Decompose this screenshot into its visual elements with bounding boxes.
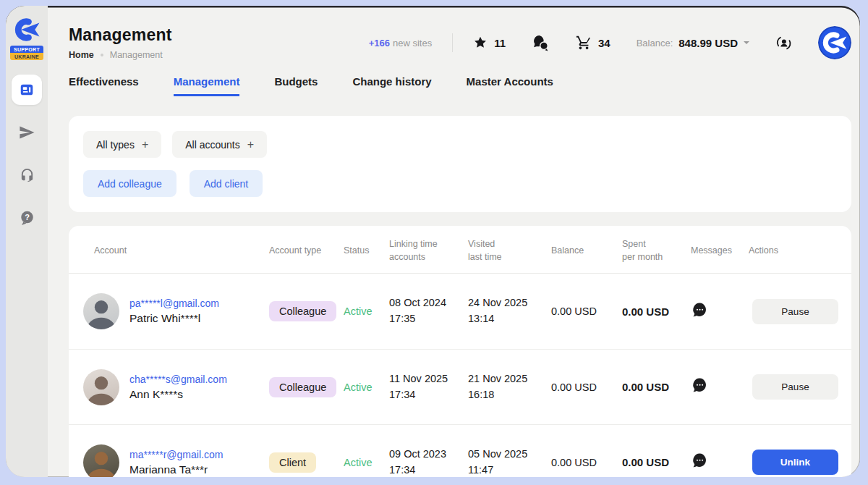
accounts-table: Account Account type Status Linking time… <box>69 226 851 477</box>
message-button[interactable] <box>691 452 709 470</box>
actions-cell: Pause <box>749 299 841 324</box>
brand-logo-icon[interactable] <box>12 15 41 44</box>
tab-budgets[interactable]: Budgets <box>274 75 318 96</box>
app-window: SUPPORT UKRAINE <box>6 6 860 477</box>
balance-value: 848.99 USD <box>678 37 738 49</box>
visited-time: 16:18 <box>468 387 551 403</box>
column-header-actions: Actions <box>749 245 841 258</box>
account-avatar[interactable] <box>83 444 119 478</box>
account-email[interactable]: ma*****r@gmail.com <box>129 449 223 460</box>
topbar-divider <box>452 33 453 52</box>
linked-time: 17:34 <box>389 463 468 478</box>
actions-cell: Pause <box>749 374 841 400</box>
spent-cell: 0.00 USD <box>622 305 691 318</box>
message-button[interactable] <box>691 376 709 395</box>
filter-all-accounts-label: All accounts <box>185 139 239 151</box>
table-body: pa*****l@gmail.com Patric Whi****l Colle… <box>69 274 851 477</box>
new-sites-label: new sites <box>393 38 432 48</box>
balance-dropdown[interactable]: Balance: 848.99 USD <box>637 37 749 49</box>
chevron-down-icon <box>744 41 749 47</box>
help-icon: ? <box>19 210 35 227</box>
visited-datetime: 05 Nov 2025 11:47 <box>468 447 551 477</box>
account-type-cell: Colleague <box>269 377 344 397</box>
cart-stat[interactable]: 34 <box>576 35 610 51</box>
message-bubble-icon <box>691 301 709 319</box>
breadcrumb-separator <box>101 54 103 56</box>
tab-management[interactable]: Management <box>174 75 240 96</box>
chats-icon <box>532 34 550 52</box>
account-email[interactable]: pa*****l@gmail.com <box>129 298 219 309</box>
filter-chips: All types + All accounts + <box>83 131 837 158</box>
balance-cell: 0.00 USD <box>551 457 622 468</box>
column-header-messages: Messages <box>691 245 749 258</box>
tab-bar: Effectiveness Management Budgets Change … <box>69 75 851 96</box>
support-ukraine-bottom: UKRAINE <box>10 53 43 60</box>
tab-master-accounts[interactable]: Master Accounts <box>467 75 553 96</box>
account-identity: cha*****s@gmail.com Ann K****s <box>129 374 227 401</box>
cart-count: 34 <box>598 37 610 49</box>
account-name: Patric Whi****l <box>129 312 219 325</box>
table-row: ma*****r@gmail.com Marianna Ta***r Clien… <box>69 424 851 477</box>
sidebar-item-telegram[interactable] <box>12 117 42 148</box>
column-header-status: Status <box>344 245 389 258</box>
new-sites-stat[interactable]: +166new sites <box>369 38 433 48</box>
add-client-button[interactable]: Add client <box>190 170 263 197</box>
balance-label: Balance: <box>637 38 673 48</box>
visited-datetime: 21 Nov 2025 16:18 <box>468 371 551 403</box>
balance-cell: 0.00 USD <box>551 305 622 317</box>
breadcrumb-home[interactable]: Home <box>69 50 94 60</box>
voice-person-icon <box>775 35 792 51</box>
tab-effectiveness[interactable]: Effectiveness <box>69 75 139 96</box>
messages-cell <box>691 376 749 397</box>
column-header-linking-time: Linking timeaccounts <box>389 238 468 263</box>
visited-date: 24 Nov 2025 <box>468 295 551 311</box>
linked-datetime: 11 Nov 2025 17:34 <box>389 371 468 403</box>
visited-date: 21 Nov 2025 <box>468 371 551 387</box>
action-button[interactable]: Pause <box>752 374 838 400</box>
column-header-spent: Spentper month <box>622 238 691 263</box>
filter-all-accounts[interactable]: All accounts + <box>172 131 267 158</box>
message-button[interactable] <box>691 301 709 319</box>
linked-time: 17:34 <box>389 387 468 403</box>
cart-icon <box>576 35 592 51</box>
account-identity: pa*****l@gmail.com Patric Whi****l <box>129 298 219 325</box>
linked-date: 08 Oct 2024 <box>389 295 468 311</box>
table-header-row: Account Account type Status Linking time… <box>69 226 851 274</box>
sidebar-item-support[interactable] <box>12 160 42 190</box>
account-email[interactable]: cha*****s@gmail.com <box>129 374 227 385</box>
account-type-badge: Client <box>269 452 316 473</box>
account-cell: cha*****s@gmail.com Ann K****s <box>83 369 269 405</box>
linked-date: 09 Oct 2023 <box>389 447 468 463</box>
account-name: Ann K****s <box>129 388 227 401</box>
filter-all-types[interactable]: All types + <box>83 131 161 158</box>
sidebar-item-help[interactable]: ? <box>12 203 42 233</box>
status-text: Active <box>344 381 389 393</box>
filter-all-types-label: All types <box>96 139 135 151</box>
action-button[interactable]: Unlink <box>752 450 838 475</box>
add-buttons-row: Add colleague Add client <box>83 170 837 197</box>
table-row: cha*****s@gmail.com Ann K****s Colleague… <box>69 349 851 424</box>
plus-icon: + <box>247 138 254 151</box>
headset-icon <box>19 167 35 184</box>
account-avatar[interactable] <box>83 369 119 405</box>
favorites-stat[interactable]: 11 <box>473 35 506 50</box>
voice-assist-button[interactable] <box>775 35 792 51</box>
add-colleague-button[interactable]: Add colleague <box>83 170 176 197</box>
topbar-stats: +166new sites 11 <box>369 26 851 59</box>
account-type-badge: Colleague <box>269 301 336 321</box>
plus-icon: + <box>142 138 148 151</box>
profile-avatar[interactable] <box>818 26 851 59</box>
linked-date: 11 Nov 2025 <box>389 371 468 387</box>
breadcrumb: Home Management <box>69 50 172 60</box>
sidebar-item-accounts[interactable] <box>12 75 42 105</box>
tab-change-history[interactable]: Change history <box>352 75 431 96</box>
account-cell: ma*****r@gmail.com Marianna Ta***r <box>83 444 269 478</box>
visited-time: 11:47 <box>468 463 551 478</box>
account-cell: pa*****l@gmail.com Patric Whi****l <box>83 293 269 329</box>
visited-datetime: 24 Nov 2025 13:14 <box>468 295 551 327</box>
action-button[interactable]: Pause <box>752 299 838 324</box>
support-ukraine-top: SUPPORT <box>10 46 43 53</box>
account-avatar[interactable] <box>83 293 119 329</box>
account-type-cell: Colleague <box>269 301 344 321</box>
chats-button[interactable] <box>532 34 550 52</box>
